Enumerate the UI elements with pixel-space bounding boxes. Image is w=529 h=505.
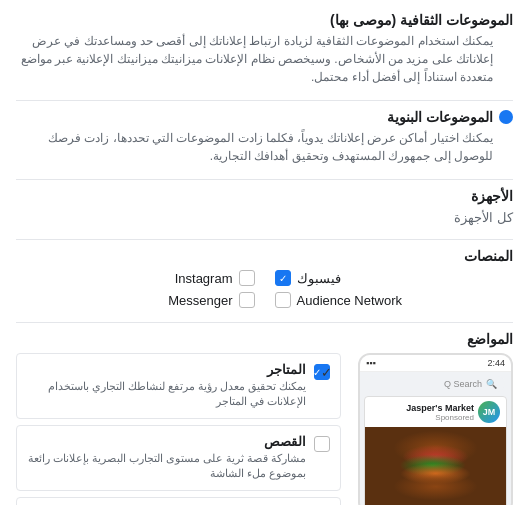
phone-status-bar: 2:44 ▪▪▪ (360, 355, 511, 372)
ad-card: JM Jasper's Market Sponsored (364, 396, 507, 505)
placement-stores-title: المتاجر (27, 362, 306, 377)
placement-stores-desc: يمكنك تحقيق معدل رؤية مرتفع لنشاطك التجا… (27, 379, 306, 410)
placements-list: ✓ المتاجر يمكنك تحقيق معدل رؤية مرتفع لن… (16, 353, 341, 505)
platform-audience-network[interactable]: Audience Network (275, 292, 514, 308)
structural-radio-indicator (499, 110, 513, 124)
platform-instagram[interactable]: Instagram (16, 270, 255, 286)
contextual-desc: يمكنك استخدام الموضوعات الثقافية لزيادة … (16, 32, 513, 86)
phone-mockup: 2:44 ▪▪▪ 🔍 Q Search JM Jasper's Market S… (358, 353, 513, 505)
placement-canvas[interactable]: القصص مشاركة قصة ثرية على مستوى التجارب … (16, 425, 341, 491)
platforms-grid: فيسبوك Instagram Audience Network Messen… (16, 270, 513, 308)
burger-visual (365, 427, 506, 505)
platform-audience-network-checkbox[interactable] (275, 292, 291, 308)
platform-messenger-checkbox[interactable] (239, 292, 255, 308)
placement-canvas-title: القصص (27, 434, 306, 449)
placement-canvas-checkbox[interactable] (314, 436, 330, 455)
devices-value: كل الأجهزة (16, 210, 513, 225)
contextual-section: الموضوعات الثقافية (موصى بها) يمكنك استخ… (16, 12, 513, 86)
search-icon: 🔍 (486, 379, 497, 389)
divider-2 (16, 179, 513, 180)
stores-check[interactable]: ✓ (314, 364, 330, 380)
placement-canvas-desc: مشاركة قصة ثرية على مستوى التجارب البصري… (27, 451, 306, 482)
placements-section: المواضع 2:44 ▪▪▪ 🔍 Q Search JM (16, 331, 513, 505)
contextual-title: الموضوعات الثقافية (موصى بها) (16, 12, 513, 28)
placements-content: 2:44 ▪▪▪ 🔍 Q Search JM Jasper's Market S… (16, 353, 513, 505)
placement-stores[interactable]: ✓ المتاجر يمكنك تحقيق معدل رؤية مرتفع لن… (16, 353, 341, 419)
platforms-title: المنصات (16, 248, 513, 264)
platform-messenger-label: Messenger (168, 293, 232, 308)
divider-4 (16, 322, 513, 323)
structural-desc: يمكنك اختيار أماكن عرض إعلاناتك يدوياً، … (16, 129, 513, 165)
ad-card-header: JM Jasper's Market Sponsored (365, 397, 506, 427)
platform-facebook[interactable]: فيسبوك (275, 270, 514, 286)
main-container: الموضوعات الثقافية (موصى بها) يمكنك استخ… (0, 0, 529, 505)
structural-title-text: الموضوعات البنوية (387, 109, 493, 125)
placement-in-content[interactable]: مُضمَّن في المحتوى يمكنك جذب انتباه الأش… (16, 497, 341, 505)
platform-messenger[interactable]: Messenger (16, 292, 255, 308)
ad-card-info: Jasper's Market Sponsored (406, 403, 474, 422)
platform-audience-network-label: Audience Network (297, 293, 403, 308)
placements-title: المواضع (16, 331, 513, 347)
divider-1 (16, 100, 513, 101)
contextual-title-text: الموضوعات الثقافية (موصى بها) (330, 12, 513, 28)
platforms-section: المنصات فيسبوك Instagram Audience Networ… (16, 248, 513, 308)
placement-canvas-content: القصص مشاركة قصة ثرية على مستوى التجارب … (27, 434, 306, 482)
platform-facebook-checkbox[interactable] (275, 270, 291, 286)
phone-search-bar[interactable]: 🔍 Q Search (366, 376, 505, 392)
search-placeholder: Q Search (444, 379, 482, 389)
placement-stores-checkbox[interactable]: ✓ (314, 364, 330, 380)
divider-3 (16, 239, 513, 240)
platform-instagram-label: Instagram (175, 271, 233, 286)
platform-instagram-checkbox[interactable] (239, 270, 255, 286)
structural-title: الموضوعات البنوية (16, 109, 513, 125)
structural-section: الموضوعات البنوية يمكنك اختيار أماكن عرض… (16, 109, 513, 165)
platform-facebook-label: فيسبوك (297, 271, 341, 286)
preview-column: 2:44 ▪▪▪ 🔍 Q Search JM Jasper's Market S… (353, 353, 513, 505)
devices-section: الأجهزة كل الأجهزة (16, 188, 513, 225)
ad-avatar: JM (478, 401, 500, 423)
phone-time: 2:44 (487, 358, 505, 368)
ad-sponsored-label: Sponsored (406, 413, 474, 422)
ad-store-name: Jasper's Market (406, 403, 474, 413)
devices-title: الأجهزة (16, 188, 513, 204)
canvas-check[interactable] (314, 436, 330, 452)
placement-stores-content: المتاجر يمكنك تحقيق معدل رؤية مرتفع لنشا… (27, 362, 306, 410)
ad-image (365, 427, 506, 505)
phone-icons: ▪▪▪ (366, 358, 376, 368)
